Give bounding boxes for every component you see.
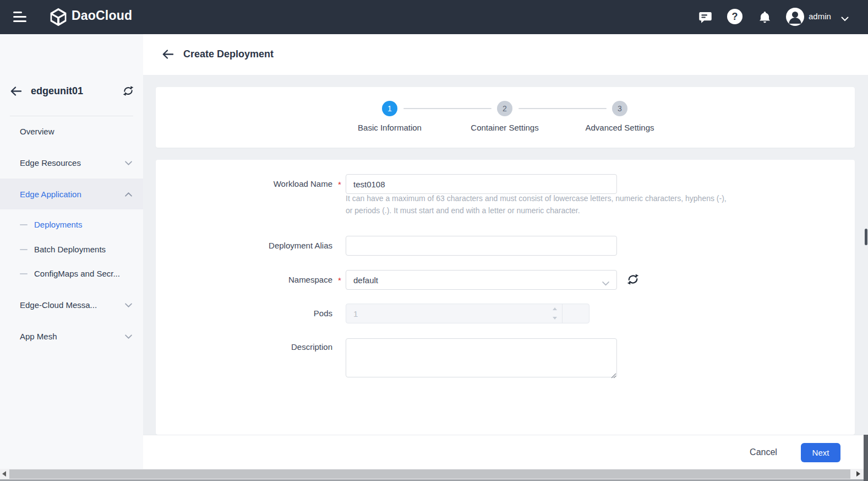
page-title: Create Deployment	[183, 48, 274, 60]
back-arrow-icon[interactable]	[161, 48, 174, 61]
app-title: DaoCloud	[72, 8, 132, 23]
sidebar-item-edge-cloud-message[interactable]: Edge-Cloud Messa...	[0, 289, 143, 320]
sidebar-item-overview[interactable]: Overview	[0, 116, 143, 147]
step-2-label: Container Settings	[444, 123, 565, 132]
scroll-left-icon[interactable]	[2, 471, 6, 477]
description-textarea[interactable]	[346, 338, 617, 377]
pods-addon-divider	[562, 304, 563, 323]
dash-icon	[20, 273, 28, 274]
cancel-button[interactable]: Cancel	[744, 435, 783, 469]
form-footer: Cancel Next	[143, 435, 868, 469]
user-name[interactable]: admin	[809, 12, 831, 21]
menu-icon[interactable]	[13, 12, 28, 23]
horizontal-scrollbar[interactable]	[0, 469, 868, 479]
stepper-connector	[403, 108, 492, 109]
sidebar-item-label: Edge Application	[20, 190, 81, 199]
chevron-down-icon	[125, 300, 132, 310]
workload-name-input[interactable]	[346, 174, 617, 194]
chevron-up-icon	[125, 190, 132, 199]
spinner-arrows-icon[interactable]	[552, 307, 558, 320]
workload-name-label: Workload Name	[167, 174, 332, 194]
spin-up-icon[interactable]	[553, 307, 557, 310]
chevron-down-icon	[602, 278, 609, 288]
dash-icon	[20, 224, 28, 225]
back-arrow-icon[interactable]	[9, 85, 23, 98]
scroll-right-icon[interactable]	[856, 471, 860, 477]
sidebar-subitem-label: Deployments	[34, 220, 83, 229]
sync-icon[interactable]	[122, 85, 134, 97]
stepper-connector	[518, 108, 607, 109]
sidebar-item-label: Overview	[20, 127, 54, 136]
namespace-select[interactable]: default	[346, 270, 617, 290]
description-label: Description	[167, 337, 332, 357]
workload-name-help-line1: It can have a maximum of 63 characters a…	[346, 194, 727, 203]
sidebar-subitem-batch-deployments[interactable]: Batch Deployments	[0, 237, 143, 261]
message-icon[interactable]	[697, 9, 713, 25]
horizontal-scrollbar-thumb[interactable]	[9, 469, 850, 479]
basic-information-form: Workload Name * It can have a maximum of…	[156, 160, 855, 435]
sidebar-item-app-mesh[interactable]: App Mesh	[0, 321, 143, 352]
namespace-selected-value: default	[353, 275, 378, 285]
sidebar-item-edge-resources[interactable]: Edge Resources	[0, 147, 143, 178]
refresh-icon[interactable]	[626, 273, 640, 286]
required-asterisk: *	[336, 174, 343, 194]
required-asterisk: *	[336, 270, 343, 290]
sidebar-item-label: Edge-Cloud Messa...	[20, 300, 97, 310]
dash-icon	[20, 249, 28, 250]
deployment-alias-input[interactable]	[346, 236, 617, 256]
workload-name-help-line2: or periods (.). It must start and end wi…	[346, 206, 580, 215]
sidebar: edgeunit01 Overview Edge Resources Edge …	[0, 34, 143, 481]
top-navbar: DaoCloud ? admin	[0, 0, 868, 34]
step-1-circle: 1	[382, 101, 397, 116]
sidebar-subitem-configmaps-secrets[interactable]: ConfigMaps and Secr...	[0, 261, 143, 285]
deployment-alias-label: Deployment Alias	[167, 236, 332, 256]
chevron-down-icon[interactable]	[841, 14, 849, 24]
bell-icon[interactable]	[757, 9, 772, 25]
cluster-name: edgeunit01	[31, 85, 83, 97]
app-window: DaoCloud ? admin	[0, 0, 868, 481]
pods-stepper	[346, 304, 589, 323]
pods-label: Pods	[167, 304, 332, 323]
window-right-edge	[864, 435, 868, 481]
pods-input[interactable]	[346, 304, 561, 323]
daocloud-logo-icon	[48, 7, 68, 27]
chevron-down-icon	[125, 158, 132, 167]
step-2-circle: 2	[497, 101, 512, 116]
sidebar-item-edge-application[interactable]: Edge Application	[0, 179, 143, 209]
help-icon[interactable]: ?	[727, 9, 743, 24]
sidebar-subitem-label: ConfigMaps and Secr...	[34, 269, 120, 278]
spin-down-icon[interactable]	[553, 317, 557, 320]
step-3-circle: 3	[612, 101, 627, 116]
sidebar-item-label: App Mesh	[20, 332, 57, 341]
sidebar-item-label: Edge Resources	[20, 158, 81, 167]
sidebar-subitem-label: Batch Deployments	[34, 245, 106, 254]
next-button[interactable]: Next	[801, 443, 840, 462]
chevron-down-icon	[125, 332, 132, 341]
vertical-scrollbar-thumb[interactable]	[865, 229, 867, 245]
namespace-label: Namespace	[167, 270, 332, 290]
step-1-label: Basic Information	[329, 123, 450, 132]
stepper-card: 1 2 3 Basic Information Container Settin…	[156, 87, 855, 148]
resize-handle-icon[interactable]	[611, 371, 616, 376]
sidebar-subitem-deployments[interactable]: Deployments	[0, 212, 143, 236]
avatar[interactable]	[786, 8, 804, 26]
step-3-label: Advanced Settings	[559, 123, 680, 132]
